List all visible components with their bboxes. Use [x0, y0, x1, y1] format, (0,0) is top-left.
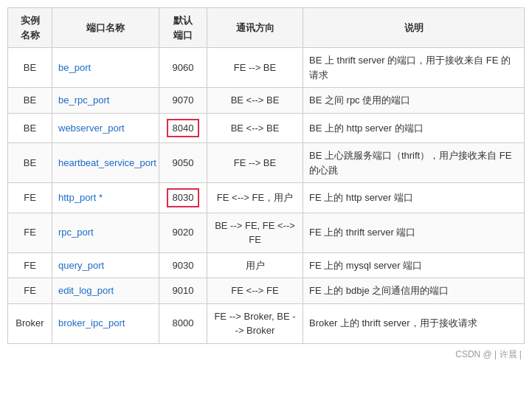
cell-direction: BE <--> BE — [207, 88, 303, 114]
cell-desc: Broker 上的 thrift server，用于接收请求 — [303, 303, 525, 343]
cell-port-name: be_rpc_port — [52, 88, 159, 114]
header-port-name: 端口名称 — [52, 8, 159, 48]
table-row: FErpc_port9020BE --> FE, FE <--> FEFE 上的… — [8, 213, 525, 252]
cell-port-name: webserver_port — [52, 113, 159, 143]
cell-default-port: 9020 — [159, 213, 207, 252]
cell-desc: BE 之间 rpc 使用的端口 — [303, 88, 525, 114]
table-row: BEbe_port9060FE --> BEBE 上 thrift server… — [8, 48, 525, 88]
table-wrapper: 实例名称 端口名称 默认端口 通讯方向 说明 BEbe_port9060FE -… — [0, 0, 532, 406]
cell-desc: FE 上的 http server 端口 — [303, 183, 525, 213]
cell-default-port: 9060 — [159, 48, 207, 88]
cell-desc: BE 上的 http server 的端口 — [303, 113, 525, 143]
table-row: BEheartbeat_service_port9050FE --> BEBE … — [8, 143, 525, 183]
cell-desc: FE 上的 thrift server 端口 — [303, 213, 525, 252]
table-row: BEbe_rpc_port9070BE <--> BEBE 之间 rpc 使用的… — [8, 88, 525, 114]
cell-port-name: rpc_port — [52, 213, 159, 252]
header-instance: 实例名称 — [8, 8, 52, 48]
cell-desc: FE 上的 bdbje 之间通信用的端口 — [303, 278, 525, 304]
cell-port-name: http_port * — [52, 183, 159, 213]
table-row: FEquery_port9030用户FE 上的 mysql server 端口 — [8, 252, 525, 278]
header-direction: 通讯方向 — [207, 8, 303, 48]
table-row: Brokerbroker_ipc_port8000FE --> Broker, … — [8, 303, 525, 343]
highlighted-port-value: 8030 — [167, 188, 200, 207]
cell-instance: BE — [8, 113, 52, 143]
cell-default-port: 8040 — [159, 113, 207, 143]
highlighted-port-value: 8040 — [167, 119, 200, 138]
cell-port-name: be_port — [52, 48, 159, 88]
cell-default-port: 8030 — [159, 183, 207, 213]
port-table: 实例名称 端口名称 默认端口 通讯方向 说明 BEbe_port9060FE -… — [7, 7, 525, 344]
cell-direction: FE <--> FE，用户 — [207, 183, 303, 213]
cell-default-port: 8000 — [159, 303, 207, 343]
table-row: BEwebserver_port8040BE <--> BEBE 上的 http… — [8, 113, 525, 143]
table-row: FEhttp_port *8030FE <--> FE，用户FE 上的 http… — [8, 183, 525, 213]
cell-direction: FE <--> FE — [207, 278, 303, 304]
header-default-port: 默认端口 — [159, 8, 207, 48]
cell-instance: Broker — [8, 303, 52, 343]
table-row: FEedit_log_port9010FE <--> FEFE 上的 bdbje… — [8, 278, 525, 304]
cell-desc: BE 上心跳服务端口（thrift），用户接收来自 FE 的心跳 — [303, 143, 525, 183]
cell-port-name: heartbeat_service_port — [52, 143, 159, 183]
cell-instance: FE — [8, 183, 52, 213]
cell-direction: 用户 — [207, 252, 303, 278]
cell-default-port: 9070 — [159, 88, 207, 114]
cell-default-port: 9030 — [159, 252, 207, 278]
cell-instance: FE — [8, 252, 52, 278]
cell-direction: BE <--> BE — [207, 113, 303, 143]
cell-desc: BE 上 thrift server 的端口，用于接收来自 FE 的请求 — [303, 48, 525, 88]
cell-instance: BE — [8, 143, 52, 183]
cell-direction: FE --> BE — [207, 48, 303, 88]
cell-direction: FE --> BE — [207, 143, 303, 183]
cell-instance: FE — [8, 278, 52, 304]
header-desc: 说明 — [303, 8, 525, 48]
cell-default-port: 9050 — [159, 143, 207, 183]
cell-port-name: query_port — [52, 252, 159, 278]
cell-direction: FE --> Broker, BE --> Broker — [207, 303, 303, 343]
cell-default-port: 9010 — [159, 278, 207, 304]
cell-instance: FE — [8, 213, 52, 252]
cell-instance: BE — [8, 88, 52, 114]
footer-note: CSDN @ | 许晨 | — [7, 348, 525, 361]
cell-port-name: edit_log_port — [52, 278, 159, 304]
cell-port-name: broker_ipc_port — [52, 303, 159, 343]
cell-instance: BE — [8, 48, 52, 88]
cell-direction: BE --> FE, FE <--> FE — [207, 213, 303, 252]
cell-desc: FE 上的 mysql server 端口 — [303, 252, 525, 278]
